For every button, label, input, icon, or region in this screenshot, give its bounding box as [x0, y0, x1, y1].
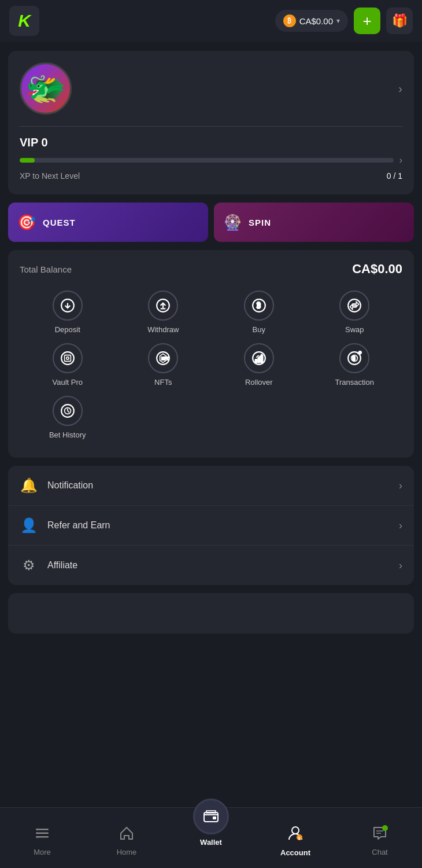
rollover-action[interactable]: Rollover: [211, 343, 307, 387]
refer-earn-left: 👤 Refer and Earn: [20, 517, 110, 534]
bethistory-action[interactable]: Bet History: [20, 396, 116, 439]
transaction-svg: ₿: [347, 351, 362, 366]
home-svg: [119, 825, 135, 841]
vaultpro-label: Vault Pro: [52, 378, 83, 387]
total-balance-label: Total Balance: [20, 264, 72, 274]
svg-text:$: $: [298, 836, 301, 841]
svg-rect-32: [213, 816, 216, 819]
notification-text: Notification: [47, 480, 93, 491]
balance-button[interactable]: ₿ CA$0.00 ▾: [275, 10, 348, 32]
affiliate-menu-item[interactable]: ⚙ Affiliate ›: [8, 546, 414, 585]
spin-button[interactable]: 🎡 SPIN: [214, 203, 414, 242]
quest-icon: 🎯: [16, 212, 37, 233]
chat-online-dot: [382, 825, 388, 831]
svg-point-7: [348, 299, 361, 312]
svg-rect-16: [258, 358, 260, 363]
gift-button[interactable]: 🎁: [386, 8, 413, 34]
avatar[interactable]: 🐲: [20, 62, 72, 115]
vaultpro-action[interactable]: Vault Pro: [20, 343, 116, 387]
bethistory-icon: [53, 396, 83, 426]
total-balance-row: Total Balance CA$0.00: [20, 262, 402, 277]
swap-icon: [339, 290, 369, 321]
nav-chat[interactable]: Chat: [338, 808, 422, 868]
deposit-label: Deposit: [55, 325, 80, 334]
svg-rect-9: [64, 355, 71, 362]
refer-earn-chevron-icon: ›: [399, 520, 402, 532]
nav-home[interactable]: Home: [84, 808, 169, 868]
notification-left: 🔔 Notification: [20, 477, 93, 494]
notification-icon: 🔔: [20, 477, 38, 494]
svg-point-22: [359, 351, 361, 354]
quest-label: QUEST: [43, 218, 76, 227]
profile-arrow-icon[interactable]: ›: [398, 82, 402, 95]
account-svg: $: [287, 825, 304, 842]
refer-earn-menu-item[interactable]: 👤 Refer and Earn ›: [8, 506, 414, 546]
transaction-label: Transaction: [335, 378, 374, 387]
nav-account[interactable]: $ Account: [253, 808, 338, 868]
deposit-action[interactable]: Deposit: [20, 290, 116, 334]
nfts-action[interactable]: NFT NFTs: [116, 343, 212, 387]
withdraw-action[interactable]: Withdraw: [116, 290, 212, 334]
bethistory-svg: [60, 403, 75, 418]
avatar-image: 🐲: [25, 72, 66, 105]
svg-point-30: [36, 836, 38, 838]
refer-icon: 👤: [20, 517, 38, 534]
deposit-svg: [60, 298, 75, 313]
vip-level: VIP 0: [20, 136, 402, 149]
more-svg: [34, 825, 50, 841]
swap-action[interactable]: Swap: [307, 290, 403, 334]
xp-next-level-row: XP to Next Level 0 / 1: [20, 171, 402, 181]
wallet-card: Total Balance CA$0.00 Deposit: [8, 250, 414, 458]
divider: [20, 126, 402, 127]
home-label: Home: [117, 848, 137, 856]
transaction-icon: ₿: [339, 343, 369, 373]
xp-progress-bar-fill: [20, 158, 35, 163]
balance-amount: CA$0.00: [299, 16, 333, 26]
account-icon: $: [287, 825, 304, 845]
vaultpro-svg: [60, 351, 75, 366]
affiliate-left: ⚙ Affiliate: [20, 557, 77, 573]
chevron-down-icon: ▾: [336, 17, 340, 25]
home-icon: [119, 825, 135, 845]
svg-text:₿: ₿: [352, 355, 356, 361]
notification-menu-item[interactable]: 🔔 Notification ›: [8, 466, 414, 506]
withdraw-svg: [156, 298, 171, 313]
bottom-nav: More Home Wallet $: [0, 807, 422, 868]
svg-rect-15: [255, 359, 257, 362]
vaultpro-icon: [53, 343, 83, 373]
svg-point-28: [36, 829, 38, 830]
quest-button[interactable]: 🎯 QUEST: [8, 203, 208, 242]
svg-point-10: [66, 357, 69, 359]
svg-point-8: [61, 352, 74, 365]
top-right-actions: ₿ CA$0.00 ▾ + 🎁: [275, 8, 413, 34]
more-icon: [34, 825, 50, 845]
profile-top-row: 🐲 ›: [20, 62, 402, 115]
nav-wallet[interactable]: Wallet: [169, 808, 253, 868]
swap-svg: [347, 298, 362, 313]
btc-icon: ₿: [283, 14, 296, 27]
xp-next-label: XP to Next Level: [20, 171, 80, 181]
add-funds-button[interactable]: +: [354, 8, 380, 34]
nfts-svg: NFT: [156, 351, 171, 366]
wallet-circle-icon: [193, 799, 229, 834]
svg-text:NFT: NFT: [162, 356, 169, 361]
transaction-action[interactable]: ₿ Transaction: [307, 343, 403, 387]
quest-spin-row: 🎯 QUEST 🎡 SPIN: [8, 203, 414, 242]
xp-chevron-icon[interactable]: ›: [399, 155, 402, 165]
nfts-icon: NFT: [148, 343, 178, 373]
buy-action[interactable]: ₿ Buy: [211, 290, 307, 334]
withdraw-label: Withdraw: [147, 325, 179, 334]
bethistory-label: Bet History: [49, 431, 86, 439]
affiliate-icon: ⚙: [20, 557, 38, 573]
xp-progress-bar-bg: [20, 158, 394, 163]
more-label: More: [34, 848, 51, 856]
xp-bar-row: ›: [20, 155, 402, 165]
rollover-label: Rollover: [245, 378, 273, 387]
chat-icon: [372, 825, 388, 845]
profile-card: 🐲 › VIP 0 › XP to Next Level 0 / 1: [8, 51, 414, 194]
chat-label: Chat: [372, 848, 387, 856]
nav-more[interactable]: More: [0, 808, 84, 868]
affiliate-chevron-icon: ›: [399, 560, 402, 572]
wallet-actions-grid: Deposit Withdraw ₿: [20, 290, 402, 439]
total-balance-value: CA$0.00: [352, 262, 402, 277]
